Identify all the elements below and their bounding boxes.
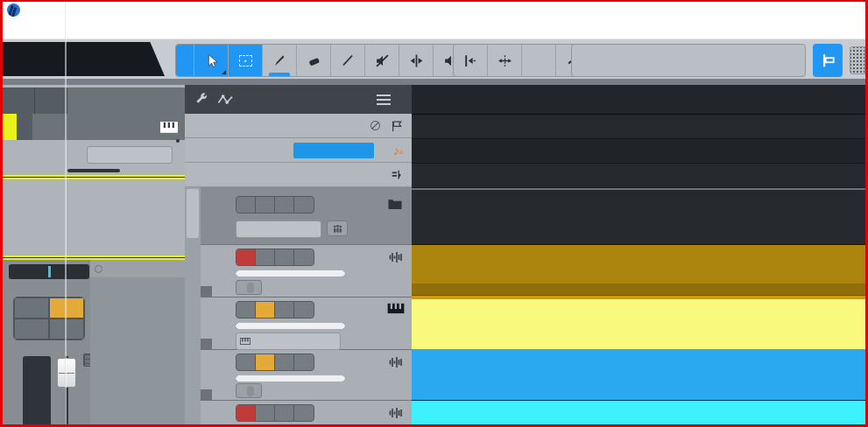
signature-track-row[interactable]	[185, 163, 412, 187]
track4-solo-button[interactable]	[256, 405, 275, 421]
folder-mute-button[interactable]	[236, 197, 256, 213]
track-row-2[interactable]	[201, 298, 412, 350]
automation-icon[interactable]	[217, 93, 234, 106]
section-handle[interactable]	[67, 169, 120, 172]
inserts-header[interactable]	[90, 260, 185, 277]
chords-track-row[interactable]: ♪≡	[185, 138, 412, 163]
track1-input-select[interactable]	[236, 280, 262, 295]
track3-record-button[interactable]	[275, 354, 294, 370]
track-row-1[interactable]	[201, 245, 412, 298]
marker-track-row[interactable]	[185, 114, 412, 138]
range-bracket-tool[interactable]	[176, 45, 194, 76]
mute-solo-group	[13, 297, 85, 340]
timeline-ruler[interactable]	[412, 85, 865, 115]
pan-slider[interactable]	[9, 264, 89, 279]
stereo-toggle[interactable]	[247, 283, 254, 293]
chords-lane[interactable]	[412, 139, 865, 164]
timestretch-tool[interactable]	[488, 45, 522, 76]
track-list-menu-button[interactable]	[3, 88, 35, 114]
monitor-button[interactable]	[49, 318, 84, 340]
snap-settings-box	[571, 44, 806, 77]
track4-mute-button[interactable]	[236, 405, 256, 421]
track1-solo-button[interactable]	[256, 249, 275, 265]
track-list-options-icon[interactable]	[377, 94, 391, 105]
paint-tool[interactable]	[263, 45, 297, 76]
signature-icon	[391, 169, 403, 181]
inspector-track-header[interactable]	[3, 114, 185, 140]
track4-msro-group	[236, 404, 314, 422]
folder-lane[interactable]	[412, 188, 865, 245]
automation-badge-icon[interactable]	[201, 286, 212, 297]
folder-monitor-button[interactable]	[294, 197, 314, 213]
track3-input-select[interactable]	[236, 383, 262, 398]
range-select-tool[interactable]: ▪	[229, 45, 263, 76]
automation-badge-icon[interactable]	[201, 389, 212, 400]
track2-color-strip[interactable]	[201, 298, 212, 349]
power-icon[interactable]	[95, 265, 102, 273]
bend-marker-tool[interactable]	[454, 45, 488, 76]
wrench-icon[interactable]	[194, 92, 208, 107]
folder-preset-select[interactable]	[236, 220, 321, 238]
track2-monitor-button[interactable]	[294, 302, 314, 318]
arrow-tool[interactable]	[194, 45, 229, 76]
track-color-strip[interactable]	[3, 114, 17, 140]
inspector-toggle-button[interactable]	[35, 88, 67, 114]
marker-clock-icon[interactable]	[370, 121, 380, 130]
track2-instrument-select[interactable]	[236, 332, 341, 350]
track4-record-button[interactable]	[275, 405, 294, 421]
group-button[interactable]	[327, 220, 348, 236]
folder-record-button[interactable]	[275, 197, 294, 213]
track2-solo-button[interactable]	[256, 302, 275, 318]
track-scrollbar[interactable]	[185, 187, 201, 424]
track2-volume-bar[interactable]	[236, 323, 345, 329]
eraser-tool[interactable]	[297, 45, 331, 76]
track3-solo-button[interactable]	[256, 354, 275, 370]
arrange-view	[412, 85, 865, 424]
track-row-4[interactable]	[201, 401, 412, 424]
timebase-select[interactable]	[87, 146, 173, 164]
automation-badge-icon[interactable]	[201, 339, 212, 349]
track4-monitor-button[interactable]	[294, 405, 314, 421]
toolbar-overflow-button[interactable]	[850, 46, 865, 74]
audio-clip-3fm[interactable]	[412, 245, 865, 296]
track-row-3[interactable]	[201, 350, 412, 401]
option-dot	[176, 139, 180, 143]
track1-color-strip[interactable]	[201, 245, 212, 297]
audio-clip-drums[interactable]	[412, 350, 865, 401]
scrollbar-thumb[interactable]	[187, 189, 199, 238]
follow-button[interactable]	[293, 143, 374, 158]
folder-track-row[interactable]	[201, 187, 412, 245]
track4-color-strip[interactable]	[201, 401, 212, 424]
autoscroll-button[interactable]	[813, 44, 843, 77]
parameter-dropdown[interactable]	[3, 42, 165, 76]
track3-mute-button[interactable]	[236, 354, 256, 370]
solo-button[interactable]	[49, 298, 84, 318]
track1-msro-group	[236, 248, 314, 266]
timebase-row	[3, 142, 185, 167]
signature-lane[interactable]	[412, 164, 865, 188]
midi-clip-track2[interactable]	[412, 296, 865, 350]
track1-mute-button[interactable]	[236, 249, 256, 265]
track1-monitor-button[interactable]	[294, 249, 314, 265]
timestretch-icon	[498, 53, 512, 68]
audio-clip-other[interactable]	[412, 401, 865, 424]
fader-cap[interactable]	[57, 358, 76, 388]
scrollbar-down-icon[interactable]	[185, 240, 201, 251]
track2-mute-button[interactable]	[236, 302, 256, 318]
record-arm-button[interactable]	[14, 318, 49, 340]
quantize-tool[interactable]	[522, 45, 556, 76]
volume-fader[interactable]	[54, 356, 79, 424]
folder-solo-button[interactable]	[256, 197, 275, 213]
track1-record-button[interactable]	[275, 249, 294, 265]
mute-tool[interactable]	[365, 45, 399, 76]
track3-color-strip[interactable]	[201, 350, 212, 400]
track1-volume-bar[interactable]	[236, 270, 345, 276]
line-tool[interactable]	[331, 45, 365, 76]
mute-button[interactable]	[14, 298, 49, 318]
marker-lane[interactable]	[412, 115, 865, 139]
split-tool[interactable]	[399, 45, 434, 76]
track3-monitor-button[interactable]	[294, 354, 314, 370]
track3-volume-bar[interactable]	[236, 375, 345, 382]
track2-record-button[interactable]	[275, 302, 294, 318]
stereo-toggle[interactable]	[247, 386, 254, 396]
